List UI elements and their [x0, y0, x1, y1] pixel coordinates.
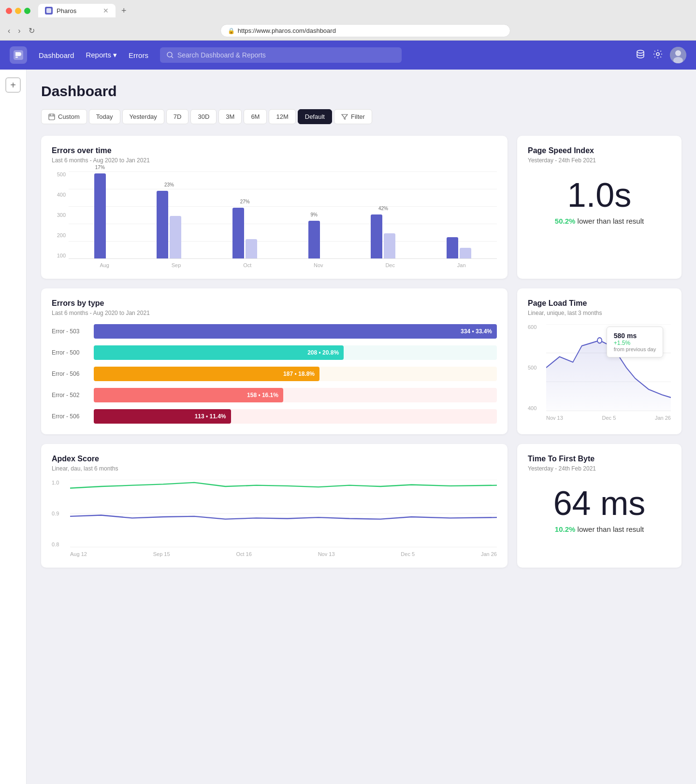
apdex-title: Apdex Score	[52, 455, 497, 463]
hbar-row-500: Error - 500 208 • 20.8%	[52, 345, 497, 360]
apdex-y-labels: 1.0 0.9 0.8	[52, 480, 67, 547]
browser-chrome: Pharos ✕ + ‹ › ↻ 🔒 https://www.pharos.co…	[0, 0, 696, 41]
page-title: Dashboard	[41, 83, 682, 100]
apdex-x-labels: Aug 12 Sep 15 Oct 16 Nov 13 Dec 5 Jan 26	[70, 551, 497, 557]
errors-by-type-subtitle: Last 6 months - Aug 2020 to Jan 2021	[52, 310, 497, 316]
hbar-track-500: 208 • 20.8%	[94, 345, 497, 360]
filter-3m[interactable]: 3M	[218, 109, 242, 124]
bar-group-sep: 23%	[157, 191, 181, 258]
browser-addressbar: ‹ › ↻ 🔒 https://www.pharos.com/dashboard	[0, 21, 696, 40]
filter-7d[interactable]: 7D	[166, 109, 189, 124]
apdex-score-card: Apdex Score Linear, dau, last 6 months 1…	[41, 444, 508, 568]
filter-yesterday[interactable]: Yesterday	[122, 109, 164, 124]
ttfb-change: 10.2% lower than last result	[528, 525, 671, 533]
bar-group-jan	[447, 237, 471, 258]
hbar-text-506a: 187 • 18.8%	[283, 371, 315, 377]
back-button[interactable]: ‹	[6, 25, 12, 37]
hbar-row-503: Error - 503 334 • 33.4%	[52, 324, 497, 339]
errors-by-type-card: Errors by type Last 6 months - Aug 2020 …	[41, 288, 508, 434]
bar-sep-main	[157, 191, 168, 258]
ttfb-change-value: 10.2%	[555, 525, 576, 533]
refresh-button[interactable]: ↻	[27, 24, 37, 37]
bars-area: Aug Sep Oct Nov Dec Jan 17%	[69, 171, 497, 268]
maximize-dot[interactable]	[24, 8, 30, 14]
nav-reports[interactable]: Reports ▾	[86, 51, 117, 59]
bar-dec-main	[371, 214, 382, 258]
tab-favicon	[45, 7, 53, 14]
url-text: https://www.pharos.com/dashboard	[238, 27, 336, 34]
bar-dec-prev	[384, 233, 395, 258]
svg-line-4	[172, 57, 173, 58]
close-dot[interactable]	[6, 8, 12, 14]
sidebar-add-button[interactable]: +	[5, 77, 21, 93]
filter-custom[interactable]: Custom	[41, 109, 87, 124]
ttfb-value: 64 ms	[528, 486, 671, 520]
time-to-first-byte-card: Time To First Byte Yesterday - 24th Feb …	[517, 444, 682, 568]
filter-custom-label: Custom	[58, 113, 80, 120]
filter-filter[interactable]: Filter	[334, 109, 372, 124]
ttfb-subtitle: Yesterday - 24th Feb 2021	[528, 465, 671, 472]
hbar-text-502: 158 • 16.1%	[247, 392, 278, 399]
hbar-label-506b: Error - 506	[52, 413, 88, 420]
dashboard-grid: Errors over time Last 6 months - Aug 202…	[41, 136, 682, 568]
search-placeholder: Search Dashboard & Reports	[177, 51, 266, 59]
browser-tab[interactable]: Pharos ✕	[38, 4, 116, 17]
bar-groups: 17% 23% 27	[69, 171, 497, 258]
minimize-dot[interactable]	[15, 8, 21, 14]
filter-default[interactable]: Default	[298, 109, 332, 124]
hbar-fill-502: 158 • 16.1%	[94, 388, 283, 402]
app-logo[interactable]	[10, 46, 27, 64]
svg-rect-0	[46, 8, 51, 13]
page-speed-change-value: 50.2%	[555, 217, 576, 225]
nav-dashboard[interactable]: Dashboard	[39, 51, 74, 59]
page-speed-subtitle: Yesterday - 24th Feb 2021	[528, 157, 671, 164]
new-tab-button[interactable]: +	[121, 6, 127, 16]
filter-today[interactable]: Today	[89, 109, 120, 124]
bar-group-oct: 27%	[232, 208, 257, 258]
page-load-subtitle: Linear, unique, last 3 months	[528, 310, 671, 316]
errors-over-time-subtitle: Last 6 months - Aug 2020 to Jan 2021	[52, 157, 497, 164]
bar-group-aug: 17%	[94, 173, 106, 258]
tab-close-button[interactable]: ✕	[103, 7, 109, 14]
page-speed-value: 1.0s	[528, 178, 671, 212]
tooltip-change: +1.5%	[614, 340, 656, 346]
hbar-row-506b: Error - 506 113 • 11.4%	[52, 409, 497, 424]
bar-oct-prev	[246, 239, 257, 258]
user-avatar[interactable]	[670, 47, 686, 63]
page-load-y-labels: 600 500 400	[528, 324, 543, 411]
hbar-label-500: Error - 500	[52, 349, 88, 356]
page-speed-title: Page Speed Index	[528, 146, 671, 155]
hbar-row-502: Error - 502 158 • 16.1%	[52, 388, 497, 402]
filter-12m[interactable]: 12M	[269, 109, 295, 124]
ttfb-title: Time To First Byte	[528, 455, 671, 463]
page-speed-change: 50.2% lower than last result	[528, 217, 671, 225]
svg-rect-10	[49, 114, 55, 120]
svg-point-18	[597, 338, 602, 343]
bar-nov-main	[308, 221, 320, 258]
bar-group-nov: 9%	[308, 221, 320, 258]
svg-point-6	[656, 53, 659, 56]
database-icon[interactable]	[635, 49, 646, 62]
bar-sep-prev	[170, 216, 181, 258]
ttfb-change-label: lower than last result	[578, 525, 644, 533]
bar-jan-prev	[460, 248, 471, 258]
lock-icon: 🔒	[228, 28, 235, 34]
bar-oct-main	[232, 208, 244, 258]
apdex-chart: 1.0 0.9 0.8	[52, 480, 497, 557]
main-content: Dashboard Custom Today Yesterday 7D 30D …	[27, 70, 696, 784]
hbar-text-503: 334 • 33.4%	[461, 328, 492, 335]
apdex-svg	[70, 480, 497, 547]
nav-errors[interactable]: Errors	[129, 51, 148, 59]
page-load-title: Page Load Time	[528, 299, 671, 308]
forward-button[interactable]: ›	[16, 25, 22, 37]
hbar-text-506b: 113 • 11.4%	[195, 413, 226, 420]
hbar-fill-506b: 113 • 11.4%	[94, 409, 231, 424]
page-load-x-labels: Nov 13 Dec 5 Jan 26	[546, 415, 671, 421]
filter-30d[interactable]: 30D	[190, 109, 217, 124]
search-bar[interactable]: Search Dashboard & Reports	[160, 47, 402, 63]
settings-icon[interactable]	[652, 49, 663, 62]
errors-by-type-title: Errors by type	[52, 299, 497, 308]
filter-6m[interactable]: 6M	[244, 109, 267, 124]
address-bar[interactable]: 🔒 https://www.pharos.com/dashboard	[220, 24, 510, 37]
page-load-tooltip: 580 ms +1.5% from previous day	[607, 327, 663, 357]
